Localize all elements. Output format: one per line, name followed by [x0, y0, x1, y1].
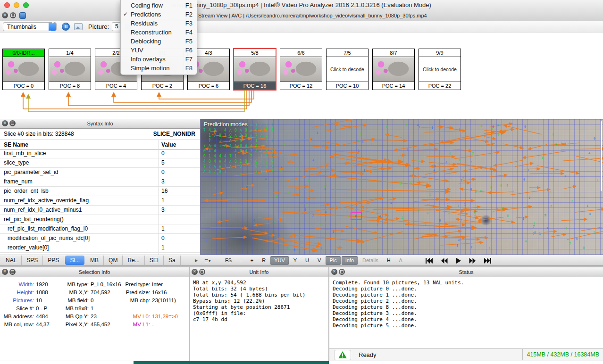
video-toolbar-button[interactable]: YUV [270, 256, 289, 265]
menu-item[interactable]: ✓ YUV F6 [121, 46, 197, 55]
thumbnail-image[interactable] [373, 57, 414, 82]
syntax-tab[interactable]: Re... [123, 256, 144, 265]
panel-float-icon[interactable] [199, 269, 205, 275]
view-mode-select[interactable]: Thumbnails [3, 22, 57, 31]
skip-to-end-button[interactable] [484, 257, 492, 264]
syntax-row[interactable]: num_ref_idx_active_override_flag 1 [0, 196, 200, 206]
syntax-tab[interactable]: NAL [1, 256, 22, 265]
video-scrollbar[interactable] [601, 121, 602, 191]
video-toolbar-button[interactable]: - [236, 256, 246, 265]
video-toolbar-button[interactable]: H [383, 256, 394, 265]
syntax-tab[interactable]: Sa [164, 256, 181, 265]
menu-item[interactable]: ✓ Deblocking F5 [121, 37, 197, 46]
tab-scroll-right-icon[interactable]: ▶ [193, 257, 200, 264]
menu-item[interactable]: ✓ Residuals F3 [121, 19, 197, 28]
video-toolbar-button[interactable]: U [302, 256, 313, 265]
slice-type-text: SLICE_NONIDR [153, 129, 195, 140]
video-toolbar-button[interactable]: Details [359, 256, 382, 265]
syntax-row[interactable]: ref_pic_list_modification_flag_l0 1 [0, 224, 200, 234]
video-toolbar-button[interactable]: R [258, 256, 269, 265]
overlay-menu-button[interactable]: ≡▾ [204, 256, 210, 266]
status-line: Decoding picture 0 ...done. [333, 286, 603, 292]
menu-item[interactable]: ✓ Reconstruction F4 [121, 28, 197, 37]
analyze-button[interactable] [62, 23, 70, 31]
thumbnail[interactable]: 8/7 POC = 14 [372, 49, 415, 90]
panel-close-icon[interactable]: × [2, 269, 8, 275]
video-toolbar-button-label: + [251, 257, 253, 263]
selection-value: P_L0_16x16 [91, 281, 121, 287]
selection-value: 44,37 [36, 322, 50, 327]
thumbnail-image[interactable]: Click to decode [327, 57, 368, 82]
progress-segment [134, 361, 329, 364]
thumbnail[interactable]: 9/9 Click to decode POC = 22 [419, 49, 461, 90]
thumbnail[interactable]: 6/6 POC = 12 [280, 49, 322, 90]
selected-macroblock[interactable] [351, 212, 362, 220]
syntax-row[interactable]: frame_num 3 [0, 177, 200, 187]
unit-info-panel: × Unit Info MB at x,y 704,592Total bits:… [190, 267, 328, 361]
panel-close-icon[interactable]: × [192, 269, 198, 275]
menu-item[interactable]: ✓ Coding flow F1 [121, 1, 197, 10]
warning-chip[interactable] [334, 350, 351, 360]
video-toolbar-button[interactable]: FS [221, 256, 235, 265]
skip-to-start-button[interactable] [425, 257, 433, 264]
video-toolbar-button[interactable]: Δ [395, 256, 406, 265]
dock-float-icon[interactable] [10, 12, 16, 18]
selection-value: Inter [152, 281, 163, 287]
thumbnail-image[interactable]: Click to decode [419, 57, 461, 82]
unit-info-line: Total bits: 32 (4 bytes) [193, 286, 328, 292]
syntax-row[interactable]: reorder_value[0] 1 [0, 243, 200, 253]
hamburger-icon: ≡ [204, 257, 208, 265]
selection-col-1: Width:1920Height:1088Pictures:10Slice #:… [0, 281, 50, 329]
syntax-tab[interactable]: MB [85, 256, 104, 265]
thumbnail-label-text: 0/0-IDR... [12, 50, 34, 56]
thumbnail-image[interactable] [49, 57, 91, 82]
video-toolbar-button[interactable]: Y [290, 256, 301, 265]
syntax-tab[interactable]: QM [104, 256, 123, 265]
syntax-tab[interactable]: Sl... [65, 256, 84, 265]
syntax-row[interactable]: first_mb_in_slice 0 [0, 149, 200, 158]
panel-float-icon[interactable] [339, 269, 345, 275]
menu-item-shortcut: F4 [185, 28, 193, 37]
menu-item[interactable]: ✓ Info overlays F7 [121, 55, 197, 64]
syntax-row[interactable]: slice_type 5 [0, 158, 200, 168]
step-backward-button[interactable] [440, 257, 448, 264]
video-toolbar-button[interactable]: V [314, 256, 325, 265]
thumbnail[interactable]: 5/8 POC = 16 [234, 49, 276, 90]
syntax-row[interactable]: pic_parameter_set_id 0 [0, 168, 200, 177]
syntax-tab[interactable]: SEI [145, 256, 164, 265]
thumbnail-strip: 0/0-IDR... POC = 0 1/4 POC = 8 2/2 POC =… [0, 33, 603, 119]
video-toolbar-button[interactable]: Info [342, 256, 358, 265]
video-view[interactable]: 0Λ17Λ4Λ1Λ117404Λ0Λ0Λ0Λ7417010Λ00Λ7Λ771Λ0… [201, 119, 603, 255]
selection-row: MB tr8x8:1 [51, 305, 121, 313]
syntax-tab[interactable]: SPS [22, 256, 43, 265]
menu-item-label: Predictions [131, 11, 161, 18]
panel-close-icon[interactable]: × [2, 120, 8, 126]
thumbnail[interactable]: 1/4 POC = 8 [49, 49, 91, 90]
dock-restore-icon[interactable] [19, 12, 26, 19]
video-toolbar-button[interactable]: + [247, 256, 257, 265]
syntax-tab[interactable]: PPS [43, 256, 64, 265]
thumbnail-poc: POC = 10 [327, 82, 368, 90]
thumbnail-image[interactable] [280, 57, 322, 82]
syntax-row[interactable]: num_ref_idx_l0_active_minus1 3 [0, 206, 200, 215]
menu-item[interactable]: ✓ Predictions F2 [121, 10, 197, 19]
selection-col-2: MB type:P_L0_16x16MB X,Y:704,592MB field… [51, 281, 121, 329]
step-forward-button[interactable] [469, 257, 477, 264]
video-toolbar-button[interactable]: Pic [326, 256, 340, 265]
syntax-row[interactable]: pic_order_cnt_lsb 16 [0, 187, 200, 196]
dock-close-icon[interactable]: × [2, 12, 8, 18]
menu-item[interactable]: ✓ Simple motion F8 [121, 64, 197, 73]
selection-row: Pictures:10 [0, 297, 50, 305]
thumbnail[interactable]: 0/0-IDR... POC = 0 [2, 49, 45, 90]
panel-float-icon[interactable] [9, 120, 16, 126]
thumbnail[interactable]: 7/5 Click to decode POC = 10 [326, 49, 368, 90]
syntax-row[interactable]: ref_pic_list_reordering() [0, 215, 200, 224]
panel-close-icon[interactable]: × [331, 269, 337, 275]
picture-view-icon[interactable] [74, 23, 83, 30]
stream-path: Stream View | AVC | /Users/leandro.morei… [198, 10, 427, 21]
panel-float-icon[interactable] [9, 269, 16, 275]
syntax-row[interactable]: modification_of_pic_nums_idc[0] 0 [0, 234, 200, 243]
thumbnail-image[interactable] [3, 57, 44, 82]
play-button[interactable] [455, 257, 461, 264]
thumbnail-image[interactable] [234, 57, 276, 82]
